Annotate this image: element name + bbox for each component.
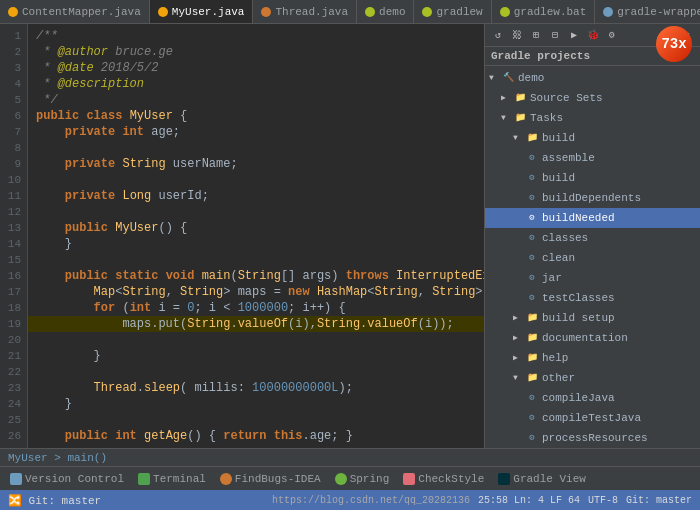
task-icon: ⚙ <box>525 231 539 245</box>
tree-item-jar[interactable]: ⚙ jar <box>485 268 700 288</box>
status-position: 25:58 Ln: 4 LF 64 <box>478 495 580 506</box>
task-icon: ⚙ <box>525 391 539 405</box>
status-right: https://blog.csdn.net/qq_20282136 25:58 … <box>272 495 692 506</box>
version-control-button[interactable]: Version Control <box>4 471 130 487</box>
tree-item-processresources[interactable]: ⚙ processResources <box>485 428 700 448</box>
tab-bar: ContentMapper.java MyUser.java Thread.ja… <box>0 0 700 24</box>
link-button[interactable]: ⛓ <box>509 27 525 43</box>
task-icon: ⚙ <box>525 411 539 425</box>
java-icon <box>8 7 18 17</box>
code-editor[interactable]: 12345 678910 1112131415 1617181920 21222… <box>0 24 485 448</box>
breadcrumb: MyUser > main() <box>0 448 700 466</box>
tree-label: Tasks <box>530 109 563 127</box>
tree-item-buildsetup[interactable]: ▶ 📁 build setup <box>485 308 700 328</box>
tree-label: clean <box>542 249 575 267</box>
gradle-root-icon: 🔨 <box>501 71 515 85</box>
folder-icon: 📁 <box>525 331 539 345</box>
tree-item-other[interactable]: ▼ 📁 other <box>485 368 700 388</box>
tree-item-clean[interactable]: ⚙ clean <box>485 248 700 268</box>
debug-button[interactable]: 🐞 <box>585 27 601 43</box>
tab-demo[interactable]: demo <box>357 0 414 23</box>
tab-gradle-wrapper[interactable]: gradle-wrapper.properties <box>595 0 700 23</box>
bottom-toolbar: Version Control Terminal FindBugs-IDEA S… <box>0 466 700 490</box>
gradle-view-icon <box>498 473 510 485</box>
tree-label: buildNeeded <box>542 209 615 227</box>
tree-item-buildneeded[interactable]: ⚙ buildNeeded <box>485 208 700 228</box>
collapse-button[interactable]: ⊟ <box>547 27 563 43</box>
tree-item-compiletestjava[interactable]: ⚙ compileTestJava <box>485 408 700 428</box>
tree-item-build-task[interactable]: ⚙ build <box>485 168 700 188</box>
gradle-icon-2 <box>422 7 432 17</box>
task-icon: ⚙ <box>525 431 539 445</box>
tree-label: help <box>542 349 568 367</box>
tree-item-tasks[interactable]: ▼ 📁 Tasks <box>485 108 700 128</box>
task-icon: ⚙ <box>525 271 539 285</box>
task-icon: ⚙ <box>525 251 539 265</box>
profile-avatar[interactable]: 73x <box>656 26 692 62</box>
tree-label: other <box>542 369 575 387</box>
tree-label: assemble <box>542 149 595 167</box>
checkstyle-button[interactable]: CheckStyle <box>397 471 490 487</box>
tree-label: demo <box>518 69 544 87</box>
status-bar: 🔀 Git: master https://blog.csdn.net/qq_2… <box>0 490 700 510</box>
tree-item-help[interactable]: ▶ 📁 help <box>485 348 700 368</box>
task-icon: ⚙ <box>525 291 539 305</box>
task-icon: ⚙ <box>525 151 539 165</box>
expand-button[interactable]: ⊞ <box>528 27 544 43</box>
task-icon: ⚙ <box>525 191 539 205</box>
folder-icon: 📁 <box>525 311 539 325</box>
tree-label: build <box>542 129 575 147</box>
run-button[interactable]: ▶ <box>566 27 582 43</box>
task-icon: ⚙ <box>525 211 539 225</box>
tree-arrow: ▼ <box>513 369 525 387</box>
settings-button[interactable]: ⚙ <box>604 27 620 43</box>
tree-arrow: ▶ <box>501 89 513 107</box>
tab-gradlew[interactable]: gradlew <box>414 0 491 23</box>
tree-arrow: ▼ <box>489 69 501 87</box>
vc-icon <box>10 473 22 485</box>
tree-arrow: ▶ <box>513 309 525 327</box>
folder-icon: 📁 <box>513 111 527 125</box>
code-content[interactable]: /** * @author bruce.ge * @date 2018/5/2 … <box>28 24 484 448</box>
terminal-button[interactable]: Terminal <box>132 471 212 487</box>
line-numbers: 12345 678910 1112131415 1617181920 21222… <box>0 24 28 448</box>
gradle-tree[interactable]: ▼ 🔨 demo ▶ 📁 Source Sets ▼ 📁 Tasks <box>485 66 700 448</box>
gradle-panel: ↺ ⛓ ⊞ ⊟ ▶ 🐞 ⚙ ✕ Gradle projects ▼ 🔨 demo… <box>485 24 700 448</box>
refresh-button[interactable]: ↺ <box>490 27 506 43</box>
tab-contentmapper[interactable]: ContentMapper.java <box>0 0 150 23</box>
tree-label: compileJava <box>542 389 615 407</box>
status-branch: Git: master <box>626 495 692 506</box>
status-git: 🔀 Git: master <box>8 494 101 507</box>
tree-arrow: ▶ <box>513 349 525 367</box>
spring-button[interactable]: Spring <box>329 471 396 487</box>
props-icon <box>603 7 613 17</box>
tree-item-documentation[interactable]: ▶ 📁 documentation <box>485 328 700 348</box>
tree-item-classes[interactable]: ⚙ classes <box>485 228 700 248</box>
tree-label: jar <box>542 269 562 287</box>
tree-label: testClasses <box>542 289 615 307</box>
gradle-view-button[interactable]: Gradle View <box>492 471 592 487</box>
tab-myuser[interactable]: MyUser.java <box>150 0 254 23</box>
tree-label: build <box>542 169 575 187</box>
folder-icon: 📁 <box>513 91 527 105</box>
watermark-text: https://blog.csdn.net/qq_20282136 <box>272 495 470 506</box>
tree-item-build-folder[interactable]: ▼ 📁 build <box>485 128 700 148</box>
tab-thread[interactable]: Thread.java <box>253 0 357 23</box>
gradle-icon-3 <box>500 7 510 17</box>
checkstyle-icon <box>403 473 415 485</box>
tree-item-sourcesets[interactable]: ▶ 📁 Source Sets <box>485 88 700 108</box>
tree-label: processResources <box>542 429 648 447</box>
tree-item-testclasses[interactable]: ⚙ testClasses <box>485 288 700 308</box>
folder-icon: 📁 <box>525 131 539 145</box>
tree-label: buildDependents <box>542 189 641 207</box>
tree-item-demo[interactable]: ▼ 🔨 demo <box>485 68 700 88</box>
tree-item-compilejava[interactable]: ⚙ compileJava <box>485 388 700 408</box>
tree-item-assemble[interactable]: ⚙ assemble <box>485 148 700 168</box>
folder-icon: 📁 <box>525 371 539 385</box>
tree-item-builddependents[interactable]: ⚙ buildDependents <box>485 188 700 208</box>
tab-gradlew-bat[interactable]: gradlew.bat <box>492 0 596 23</box>
tree-label: classes <box>542 229 588 247</box>
tree-arrow: ▼ <box>513 129 525 147</box>
status-left: 🔀 Git: master <box>8 494 101 507</box>
findbugs-button[interactable]: FindBugs-IDEA <box>214 471 327 487</box>
